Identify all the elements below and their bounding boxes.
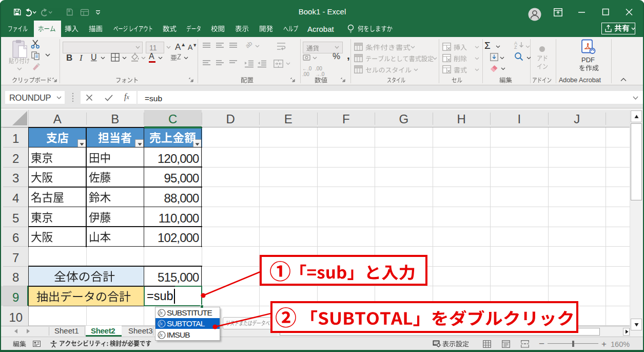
svg-text:fx: fx	[159, 310, 163, 316]
svg-text:fx: fx	[159, 322, 163, 327]
svg-text:fx: fx	[159, 332, 163, 338]
